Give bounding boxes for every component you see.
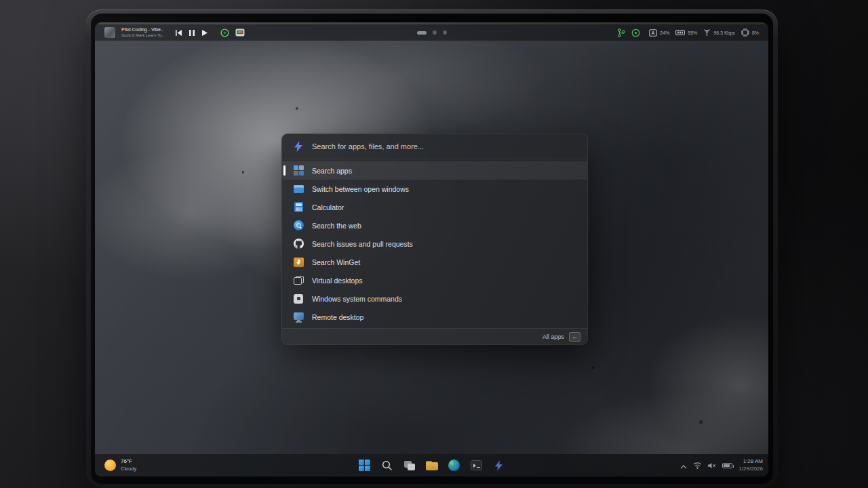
battery-icon[interactable] (722, 463, 732, 468)
palette-item-calculator[interactable]: Calculator (282, 198, 587, 216)
workspace-dot[interactable] (433, 30, 437, 35)
media-title: Pilot Coding - Vibe.. (121, 27, 164, 33)
search-icon[interactable] (380, 459, 394, 472)
play-icon[interactable] (202, 30, 208, 36)
previous-track-icon[interactable] (176, 30, 182, 36)
palette-item-label: Virtual desktops (312, 277, 363, 285)
system-commands-icon (293, 293, 304, 304)
palette-item-virtual-desktops[interactable]: Virtual desktops (282, 271, 587, 289)
taskbar-clock[interactable]: 1:28 AM 1/29/2026 (738, 458, 763, 472)
file-explorer-icon[interactable] (425, 459, 439, 472)
lightning-bolt-icon (293, 141, 304, 152)
recording-target-icon[interactable] (631, 28, 640, 37)
command-palette-search-box[interactable]: Search for apps, files, and more... (282, 134, 587, 159)
system-tray: 1:28 AM 1/29/2026 (680, 454, 763, 476)
ram-icon (675, 29, 685, 36)
gpu-usage: 24% (649, 29, 669, 37)
gpu-icon (649, 29, 657, 37)
wallpaper-widget-icon[interactable] (235, 28, 245, 37)
terminal-icon[interactable] (470, 459, 484, 472)
calculator-icon (293, 202, 304, 213)
enter-key-icon[interactable]: ← (569, 332, 580, 342)
web-search-icon (293, 220, 304, 231)
palette-item-label: Windows system commands (312, 295, 402, 303)
workspace-dot[interactable] (443, 30, 447, 35)
palette-item-label: Search the web (312, 222, 361, 230)
palette-item-label: Search WinGet (312, 258, 360, 266)
network-speed: 96.3 Kbps (703, 28, 735, 37)
weather-widget[interactable]: 76°F Cloudy (104, 454, 136, 476)
taskbar: 76°F Cloudy (95, 454, 768, 476)
cpu-icon (741, 28, 749, 37)
git-branch-icon[interactable] (618, 28, 625, 37)
palette-item-label: Switch between open windows (312, 185, 409, 193)
palette-item-switch-windows[interactable]: Switch between open windows (282, 180, 587, 198)
clock-date: 1/29/2026 (738, 466, 763, 472)
command-palette-footer: All apps ← (282, 328, 587, 344)
clock-time: 1:28 AM (738, 458, 763, 465)
palette-item-remote-desktop[interactable]: Remote desktop (282, 308, 587, 326)
search-input-placeholder[interactable]: Search for apps, files, and more... (312, 142, 424, 150)
all-apps-button[interactable]: All apps (542, 333, 564, 340)
volume-muted-icon[interactable] (708, 460, 716, 472)
command-palette-results: Search apps Switch between open windows … (282, 159, 587, 328)
media-info: Pilot Coding - Vibe.. Scott & Mark Learn… (121, 27, 164, 38)
palette-item-search-apps[interactable]: Search apps (282, 161, 587, 180)
gpu-usage-value: 24% (660, 30, 669, 35)
window-switch-icon (293, 184, 304, 195)
status-bar: Pilot Coding - Vibe.. Scott & Mark Learn… (95, 24, 768, 41)
remote-desktop-icon (293, 312, 304, 323)
antenna-icon (703, 28, 711, 37)
workspace-indicator[interactable] (417, 24, 447, 41)
cpu-usage-value: 8% (752, 30, 759, 35)
palette-item-system-commands[interactable]: Windows system commands (282, 289, 587, 308)
task-view-icon[interactable] (403, 459, 416, 472)
weather-condition: Cloudy (121, 466, 136, 472)
palette-item-search-web[interactable]: Search the web (282, 216, 587, 235)
album-art-thumbnail (104, 27, 115, 38)
wifi-icon[interactable] (693, 460, 702, 472)
workspace-active-pill[interactable] (417, 31, 427, 35)
cpu-usage: 8% (741, 28, 759, 37)
green-target-widget-icon[interactable] (220, 28, 229, 37)
pause-icon[interactable] (189, 30, 195, 36)
weather-temperature: 76°F (121, 458, 136, 465)
ram-usage-value: 55% (688, 30, 697, 35)
taskbar-app-icons (358, 454, 506, 476)
ram-usage: 55% (675, 29, 697, 36)
network-speed-value: 96.3 Kbps (713, 30, 735, 35)
edge-browser-icon[interactable] (448, 459, 461, 472)
command-palette-window: Search for apps, files, and more... Sear… (281, 134, 588, 345)
palette-item-label: Search apps (312, 167, 352, 175)
palette-item-label: Search issues and pull requests (312, 240, 413, 248)
start-button[interactable] (358, 459, 372, 472)
sun-icon (104, 460, 116, 471)
tray-chevron-up-icon[interactable] (680, 460, 687, 472)
github-icon (293, 239, 304, 249)
palette-item-github-search[interactable]: Search issues and pull requests (282, 235, 587, 253)
apps-grid-icon (293, 165, 304, 176)
palette-item-winget[interactable]: Search WinGet (282, 253, 587, 271)
palette-item-label: Calculator (312, 203, 344, 211)
winget-icon (293, 257, 304, 268)
media-subtitle: Scott & Mark Learn To.. (121, 33, 164, 39)
desktop-screen: Pilot Coding - Vibe.. Scott & Mark Learn… (95, 22, 768, 476)
powertoys-run-icon[interactable] (492, 459, 506, 472)
photo-backdrop: Pilot Coding - Vibe.. Scott & Mark Learn… (0, 0, 868, 488)
palette-item-label: Remote desktop (312, 313, 363, 321)
virtual-desktops-icon (293, 275, 304, 286)
